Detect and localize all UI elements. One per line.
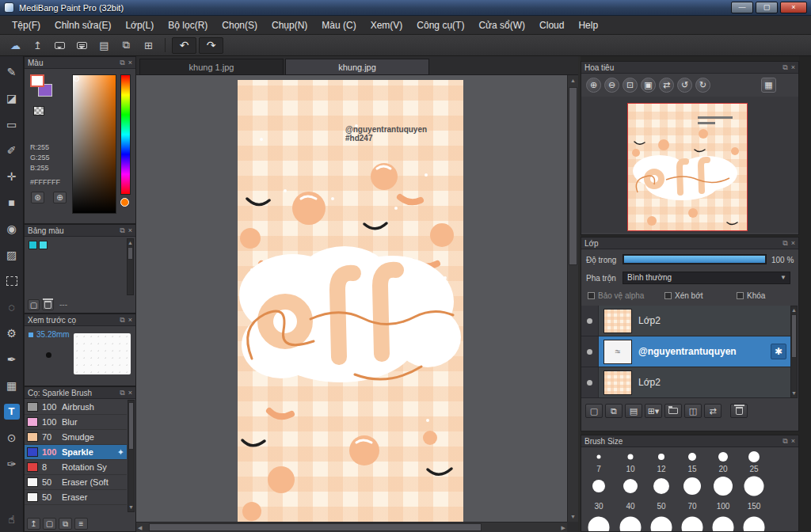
brush-size-option[interactable] xyxy=(628,454,634,460)
pages-button[interactable]: ⧉ xyxy=(116,37,136,54)
pattern-fill-tool-icon[interactable]: ▦ xyxy=(4,378,20,393)
new-layer-button[interactable]: ▢ xyxy=(585,404,603,418)
brush-item-eraser-soft[interactable]: 50 Eraser (Soft xyxy=(25,475,127,490)
grid-button[interactable]: ⊞ xyxy=(139,37,158,54)
tab-khung[interactable]: khung.jpg xyxy=(285,59,429,75)
select-pen-tool-icon[interactable]: ✒ xyxy=(4,352,20,367)
menu-tools[interactable]: Công cụ(T) xyxy=(409,16,471,35)
brush-size-option[interactable] xyxy=(651,517,672,532)
layer-row-top[interactable]: Lớp2 xyxy=(581,306,790,336)
menu-capture[interactable]: Chụp(N) xyxy=(265,16,314,35)
add-layer-menu-button[interactable]: ⊞▾ xyxy=(645,404,662,418)
merge-layer-button[interactable]: ▤ xyxy=(625,404,642,418)
protect-alpha-checkbox[interactable]: Bảo vệ alpha xyxy=(588,291,644,300)
tab-khung-1[interactable]: khung 1.jpg xyxy=(139,59,284,75)
flip-horizontal-icon[interactable]: ⇄ xyxy=(659,78,674,93)
delete-palette-color-button[interactable] xyxy=(42,299,54,310)
layer-settings-icon[interactable]: ✱ xyxy=(771,344,786,359)
vscroll-thumb[interactable] xyxy=(569,87,577,265)
zoom-out-icon[interactable]: ⊖ xyxy=(604,78,619,93)
close-panel-icon[interactable]: × xyxy=(791,238,795,249)
hue-strip[interactable] xyxy=(120,74,131,195)
zoom-original-icon[interactable]: ▣ xyxy=(641,78,656,93)
clear-layer-button[interactable]: ◫ xyxy=(684,404,702,418)
new-folder-button[interactable] xyxy=(664,404,682,418)
new-brush-button[interactable]: ▢ xyxy=(43,518,56,530)
operation-tool-icon[interactable]: ⚙ xyxy=(4,325,20,341)
transfer-layer-button[interactable]: ⇄ xyxy=(704,404,722,418)
bucket-tool-icon[interactable]: ◉ xyxy=(4,221,20,237)
brush-size-option[interactable] xyxy=(714,477,733,496)
save-cloud-button[interactable]: ☁ xyxy=(6,37,25,54)
clipping-checkbox[interactable]: Xén bớt xyxy=(664,291,702,300)
menu-select[interactable]: Chọn(S) xyxy=(215,16,265,35)
brush-size-option[interactable] xyxy=(718,452,728,462)
lock-checkbox[interactable]: Khóa xyxy=(737,291,765,300)
menu-help[interactable]: Help xyxy=(571,16,605,35)
duplicate-layer-button[interactable]: ⧉ xyxy=(605,404,623,418)
close-panel-icon[interactable]: × xyxy=(128,314,132,326)
close-panel-icon[interactable]: × xyxy=(128,387,132,399)
undo-button[interactable]: ↶ xyxy=(172,37,196,54)
brush-size-option[interactable] xyxy=(744,517,765,532)
navigator-thumbnail[interactable] xyxy=(627,103,748,231)
brush-size-option[interactable] xyxy=(623,479,638,493)
brush-size-option[interactable] xyxy=(653,478,669,494)
brush-size-option[interactable] xyxy=(744,477,764,496)
close-panel-icon[interactable]: × xyxy=(128,225,132,237)
fill-rect-tool-icon[interactable]: ■ xyxy=(4,195,20,211)
layer-row-selected[interactable]: ≈ @nguyentrantuquyen ✱ xyxy=(581,336,790,367)
layer-visibility-toggle[interactable] xyxy=(581,336,599,367)
brush-item-airbrush[interactable]: 100 Airbrush xyxy=(25,400,127,415)
blend-mode-dropdown[interactable]: Bình thường ▼ xyxy=(623,272,790,284)
popout-icon[interactable]: ⧉ xyxy=(120,314,124,326)
brush-item-eraser[interactable]: 50 Eraser xyxy=(25,490,127,505)
canvas-document[interactable]: @nguyentrantuquyen #hd247 xyxy=(238,80,463,522)
lasso-select-tool-icon[interactable]: ◌ xyxy=(4,299,20,315)
layer-visibility-toggle[interactable] xyxy=(581,306,599,336)
chat-button[interactable] xyxy=(72,37,92,54)
palette-add-icon[interactable]: ⊕ xyxy=(53,192,67,203)
scroll-down-icon[interactable]: ▼ xyxy=(568,511,578,522)
palette-scrollbar[interactable]: ▲ xyxy=(127,238,134,295)
menu-view[interactable]: Xem(V) xyxy=(364,16,410,35)
close-button[interactable]: × xyxy=(780,2,807,13)
popout-icon[interactable]: ⧉ xyxy=(120,387,124,399)
menu-window[interactable]: Cửa sổ(W) xyxy=(471,16,532,35)
eyedropper-tool-icon[interactable]: ✑ xyxy=(4,456,20,472)
brush-size-option[interactable] xyxy=(620,517,642,532)
opacity-slider[interactable] xyxy=(623,254,767,264)
brush-size-option[interactable] xyxy=(683,477,701,495)
popout-icon[interactable]: ⧉ xyxy=(782,62,787,74)
zoom-in-icon[interactable]: ⊕ xyxy=(586,78,601,93)
gradient-tool-icon[interactable]: ▨ xyxy=(4,247,20,263)
popout-icon[interactable]: ⧉ xyxy=(120,57,124,69)
navigator-preview-area[interactable] xyxy=(581,97,798,233)
brush-settings-button[interactable]: ≡ xyxy=(74,518,88,530)
popout-icon[interactable]: ⧉ xyxy=(782,238,787,249)
brush-size-option[interactable] xyxy=(588,517,610,532)
layer-visibility-toggle[interactable] xyxy=(581,367,599,397)
menu-layer[interactable]: Lớp(L) xyxy=(118,16,161,35)
canvas-vertical-scrollbar[interactable]: ▲ ▼ xyxy=(567,75,578,522)
scroll-up-icon[interactable]: ▲ xyxy=(568,75,578,86)
marquee-select-tool-icon[interactable] xyxy=(6,276,17,286)
upload-button[interactable]: ↥ xyxy=(28,37,48,54)
text-tool-icon[interactable]: T xyxy=(4,404,20,420)
scroll-left-icon[interactable]: ◀ xyxy=(138,522,142,532)
close-panel-icon[interactable]: × xyxy=(791,435,795,447)
zoom-fit-icon[interactable]: ⊡ xyxy=(623,78,638,93)
saturation-value-picker[interactable] xyxy=(72,74,116,214)
canvas-horizontal-scrollbar[interactable]: ◀ ▶ xyxy=(136,522,567,532)
hscroll-thumb[interactable] xyxy=(149,523,482,531)
palette-swatch[interactable] xyxy=(39,241,48,249)
brush-size-option[interactable] xyxy=(688,453,696,461)
layer-row-bottom[interactable]: Lớp2 xyxy=(581,367,790,398)
popout-icon[interactable]: ⧉ xyxy=(120,225,124,237)
eraser-tool-icon[interactable]: ◪ xyxy=(4,90,20,106)
brush-list-scrollbar[interactable]: ▼ xyxy=(128,400,135,512)
comment-button[interactable] xyxy=(50,37,70,54)
close-panel-icon[interactable]: × xyxy=(791,62,795,74)
brush-tool-icon[interactable]: ✐ xyxy=(4,142,20,158)
hue-marker[interactable] xyxy=(120,198,129,207)
